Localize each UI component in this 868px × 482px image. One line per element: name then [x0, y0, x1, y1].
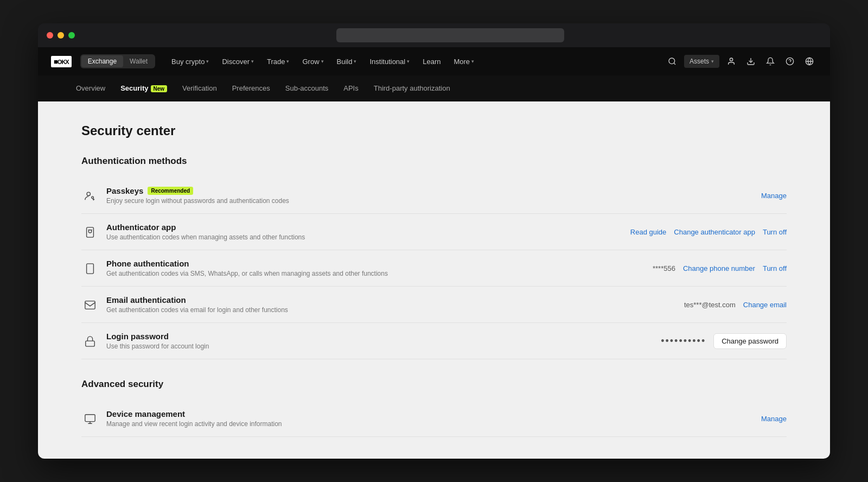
svg-point-7 — [87, 192, 90, 195]
nav-discover[interactable]: Discover ▾ — [216, 54, 259, 69]
recommended-badge: Recommended — [148, 187, 193, 195]
passkeys-name: Passkeys Recommended — [106, 186, 761, 195]
minimize-button[interactable] — [58, 32, 64, 39]
svg-rect-14 — [85, 415, 95, 422]
subnav-preferences[interactable]: Preferences — [227, 80, 276, 97]
change-password-button[interactable]: Change password — [713, 333, 787, 349]
nav-grow[interactable]: Grow ▾ — [297, 54, 329, 69]
bell-icon[interactable] — [763, 55, 778, 68]
app-window: ■OKX Exchange Wallet Buy crypto ▾ Discov… — [38, 23, 830, 459]
phone-value: ****556 — [653, 264, 675, 272]
passkeys-manage-link[interactable]: Manage — [761, 192, 787, 200]
phone-name: Phone authentication — [106, 259, 653, 268]
svg-point-1 — [730, 58, 732, 61]
passkeys-info: Passkeys Recommended Enjoy secure login … — [106, 186, 761, 205]
email-value: tes***@test.com — [684, 301, 736, 309]
authenticator-turnoff-link[interactable]: Turn off — [763, 228, 787, 236]
device-manage-link[interactable]: Manage — [761, 415, 787, 423]
email-desc: Get authentication codes via email for l… — [106, 306, 684, 314]
download-icon[interactable] — [743, 55, 758, 68]
email-name: Email authentication — [106, 295, 684, 305]
logo-text: ■OKX — [51, 56, 72, 67]
phone-desc: Get authentication codes via SMS, WhatsA… — [106, 270, 653, 277]
assets-button[interactable]: Assets ▾ — [684, 55, 719, 68]
lock-icon — [81, 333, 99, 350]
nav-institutional[interactable]: Institutional ▾ — [364, 54, 415, 69]
user-icon[interactable] — [724, 55, 739, 68]
title-bar — [38, 23, 830, 47]
auth-section-title: Authentication methods — [81, 156, 787, 167]
auth-item-authenticator: Authenticator app Use authentication cod… — [81, 214, 787, 250]
chevron-down-icon: ▾ — [407, 59, 410, 64]
chevron-down-icon: ▾ — [711, 59, 714, 64]
exchange-toggle[interactable]: Exchange — [81, 55, 123, 67]
main-content: Security center Authentication methods P… — [38, 102, 830, 459]
phone-actions: ****556 Change phone number Turn off — [653, 264, 787, 272]
globe-icon[interactable] — [802, 55, 817, 68]
authenticator-info: Authenticator app Use authentication cod… — [106, 223, 630, 241]
subnav-verification[interactable]: Verification — [177, 80, 222, 97]
nav-more[interactable]: More ▾ — [448, 54, 480, 69]
help-icon[interactable] — [782, 55, 797, 68]
password-dots: •••••••••• — [661, 335, 706, 347]
nav-buy-crypto[interactable]: Buy crypto ▾ — [166, 54, 214, 69]
chevron-down-icon: ▾ — [251, 59, 254, 64]
subnav-thirdparty[interactable]: Third-party authorization — [368, 80, 456, 97]
url-bar[interactable] — [336, 28, 564, 42]
chevron-down-icon: ▾ — [471, 59, 474, 64]
logo[interactable]: ■OKX — [51, 56, 72, 67]
passkey-icon — [81, 187, 99, 205]
password-actions: •••••••••• Change password — [661, 333, 787, 349]
device-info: Device management Manage and view recent… — [106, 409, 761, 428]
email-actions: tes***@test.com Change email — [684, 301, 787, 309]
phone-turnoff-link[interactable]: Turn off — [763, 264, 787, 272]
device-icon — [81, 410, 99, 428]
auth-item-email: Email authentication Get authentication … — [81, 287, 787, 323]
subnav-overview[interactable]: Overview — [71, 80, 111, 97]
phone-info: Phone authentication Get authentication … — [106, 259, 653, 277]
chevron-down-icon: ▾ — [354, 59, 356, 64]
authenticator-icon — [81, 224, 99, 241]
subnav-subaccounts[interactable]: Sub-accounts — [280, 80, 334, 97]
passkeys-actions: Manage — [761, 192, 787, 200]
svg-point-8 — [92, 196, 94, 199]
change-email-link[interactable]: Change email — [743, 301, 787, 309]
subnav-apis[interactable]: APIs — [338, 80, 363, 97]
auth-item-phone: Phone authentication Get authentication … — [81, 250, 787, 287]
nav-build[interactable]: Build ▾ — [331, 54, 362, 69]
advanced-section-title: Advanced security — [81, 379, 787, 390]
maximize-button[interactable] — [68, 32, 75, 39]
nav-trade[interactable]: Trade ▾ — [261, 54, 295, 69]
advanced-item-device: Device management Manage and view recent… — [81, 401, 787, 437]
chevron-down-icon: ▾ — [321, 59, 324, 64]
email-icon — [81, 296, 99, 314]
phone-icon — [81, 260, 99, 277]
nav-learn[interactable]: Learn — [417, 54, 446, 69]
authenticator-actions: Read guide Change authenticator app Turn… — [630, 228, 787, 236]
chevron-down-icon: ▾ — [286, 59, 289, 64]
authenticator-desc: Use authentication codes when managing a… — [106, 233, 630, 241]
page-title: Security center — [81, 123, 787, 138]
svg-rect-9 — [87, 227, 94, 237]
auth-item-passkeys: Passkeys Recommended Enjoy secure login … — [81, 177, 787, 214]
change-phone-link[interactable]: Change phone number — [683, 264, 755, 272]
navbar: ■OKX Exchange Wallet Buy crypto ▾ Discov… — [38, 47, 830, 75]
exchange-wallet-toggle: Exchange Wallet — [80, 54, 155, 68]
change-authenticator-link[interactable]: Change authenticator app — [674, 228, 755, 236]
device-actions: Manage — [761, 415, 787, 423]
chevron-down-icon: ▾ — [206, 59, 209, 64]
device-name: Device management — [106, 409, 761, 418]
read-guide-link[interactable]: Read guide — [630, 228, 667, 236]
search-button[interactable] — [665, 55, 680, 68]
wallet-toggle[interactable]: Wallet — [123, 55, 154, 67]
svg-point-0 — [669, 58, 675, 64]
password-desc: Use this password for account login — [106, 343, 661, 350]
svg-rect-11 — [87, 264, 94, 274]
subnav-security[interactable]: SecurityNew — [115, 80, 173, 97]
password-info: Login password Use this password for acc… — [106, 332, 661, 350]
email-info: Email authentication Get authentication … — [106, 295, 684, 314]
subnav: Overview SecurityNew Verification Prefer… — [38, 75, 830, 102]
close-button[interactable] — [47, 32, 53, 39]
passkeys-desc: Enjoy secure login without passwords and… — [106, 197, 761, 205]
auth-item-password: Login password Use this password for acc… — [81, 323, 787, 359]
